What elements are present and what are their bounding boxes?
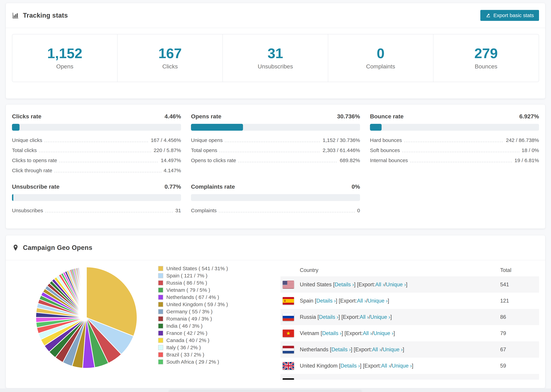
legend-item-romania[interactable]: Romania ( 49 / 3% ) bbox=[158, 315, 261, 322]
legend-item-vietnam[interactable]: Vietnam ( 79 / 5% ) bbox=[158, 287, 261, 294]
export-basic-stats-button[interactable]: Export basic stats bbox=[480, 10, 539, 21]
export-unique-link-united-states[interactable]: Unique › bbox=[386, 281, 406, 288]
details-link-united-states[interactable]: Details › bbox=[335, 281, 354, 288]
rate-title: Clicks rate bbox=[12, 113, 42, 120]
export-unique-link-germany[interactable]: Unique › bbox=[376, 379, 396, 380]
rate-stat-row: Click through rate4.147% bbox=[12, 165, 181, 175]
export-icon bbox=[486, 13, 491, 18]
legend-item-russia[interactable]: Russia ( 86 / 5% ) bbox=[158, 279, 261, 287]
legend-item-united-kingdom[interactable]: United Kingdom ( 59 / 3% ) bbox=[158, 301, 261, 308]
country-total: 79 bbox=[500, 325, 539, 341]
details-link-united-kingdom[interactable]: Details › bbox=[340, 363, 360, 369]
legend-item-spain[interactable]: Spain ( 121 / 7% ) bbox=[158, 272, 261, 279]
rate-value: 30.736% bbox=[337, 113, 360, 120]
rate-panel-complaints-rate: Complaints rate0%Complaints0 bbox=[191, 175, 360, 216]
dashboard-page: Tracking stats Export basic stats 1,152O… bbox=[0, 0, 551, 392]
geo-table-row-united-kingdom: United Kingdom [Details ›] [Export: All … bbox=[281, 358, 539, 374]
progress-fill bbox=[12, 124, 20, 131]
legend-swatch bbox=[158, 359, 163, 364]
geo-table-row-united-states: United States [Details ›] [Export: All ›… bbox=[281, 276, 539, 293]
rate-stat-row: Total clicks220 / 5.87% bbox=[12, 145, 181, 155]
progress-bar bbox=[12, 124, 181, 131]
legend-item-germany[interactable]: Germany ( 55 / 3% ) bbox=[158, 308, 261, 315]
legend-item-south-africa[interactable]: South Africa ( 29 / 2% ) bbox=[158, 358, 261, 365]
stat-value: 1,152 bbox=[47, 46, 82, 60]
flag-icon-de bbox=[283, 378, 294, 380]
export-all-link-vietnam[interactable]: All › bbox=[363, 330, 372, 336]
details-link-russia[interactable]: Details › bbox=[319, 314, 339, 320]
flag-icon-nl bbox=[283, 346, 294, 353]
legend-swatch bbox=[158, 338, 163, 343]
stat-card-bounces: 279Bounces bbox=[433, 34, 539, 82]
column-header-country: Country bbox=[281, 264, 500, 276]
details-link-netherlands[interactable]: Details › bbox=[331, 347, 351, 353]
country-total: 67 bbox=[500, 341, 539, 358]
export-unique-link-netherlands[interactable]: Unique › bbox=[383, 347, 403, 353]
legend-swatch bbox=[158, 345, 163, 350]
export-all-link-netherlands[interactable]: All › bbox=[372, 347, 381, 353]
geo-content: United States ( 541 / 31% )Spain ( 121 /… bbox=[6, 263, 545, 380]
export-unique-link-united-kingdom[interactable]: Unique › bbox=[392, 363, 412, 369]
rate-panel-bounce-rate: Bounce rate6.927%Hard bounces242 / 86.73… bbox=[370, 105, 539, 175]
legend-swatch bbox=[158, 352, 163, 357]
geo-pie-chart bbox=[34, 266, 139, 375]
export-unique-link-russia[interactable]: Unique › bbox=[370, 314, 390, 320]
rate-stat-row: Hard bounces242 / 86.738% bbox=[370, 135, 539, 145]
rate-title: Unsubscribe rate bbox=[12, 183, 60, 190]
rate-stat-row: Soft bounces18 / 0% bbox=[370, 145, 539, 155]
rate-stat-row: Total opens2,303 / 61.446% bbox=[191, 145, 360, 155]
export-all-link-united-states[interactable]: All › bbox=[375, 281, 384, 288]
country-name: United States bbox=[300, 281, 332, 288]
country-name: Spain bbox=[300, 298, 313, 304]
rate-panel-opens-rate: Opens rate30.736%Unique opens1,152 / 30.… bbox=[191, 105, 360, 175]
flag-icon-vn bbox=[283, 329, 294, 337]
campaign-geo-opens-card: Campaign Geo Opens United States ( 541 /… bbox=[6, 235, 545, 388]
pie-slice-other[interactable] bbox=[86, 267, 86, 318]
flag-icon-ru bbox=[283, 313, 294, 321]
rate-stat-row: Complaints0 bbox=[191, 205, 360, 216]
export-unique-link-spain[interactable]: Unique › bbox=[367, 298, 388, 304]
legend-item-brazil[interactable]: Brazil ( 33 / 2% ) bbox=[158, 351, 261, 358]
stat-label: Bounces bbox=[475, 63, 497, 70]
geo-legend: United States ( 541 / 31% )Spain ( 121 /… bbox=[158, 265, 261, 365]
details-link-spain[interactable]: Details › bbox=[316, 298, 336, 304]
export-unique-link-vietnam[interactable]: Unique › bbox=[373, 330, 393, 336]
geo-table-row-spain: Spain [Details ›] [Export: All › / Uniqu… bbox=[281, 293, 539, 309]
flag-icon-us bbox=[283, 281, 294, 288]
legend-swatch bbox=[158, 316, 163, 321]
stat-card-complaints: 0Complaints bbox=[328, 34, 433, 82]
details-link-vietnam[interactable]: Details › bbox=[322, 330, 342, 336]
dotted-leader bbox=[410, 162, 512, 162]
progress-bar bbox=[191, 124, 360, 131]
details-link-germany[interactable]: Details › bbox=[325, 379, 344, 380]
stat-card-opens: 1,152Opens bbox=[12, 34, 118, 82]
export-all-link-russia[interactable]: All › bbox=[360, 314, 369, 320]
dotted-leader bbox=[404, 142, 504, 142]
rate-stat-row: Unique clicks167 / 4.456% bbox=[12, 135, 181, 145]
export-all-link-germany[interactable]: All › bbox=[365, 379, 374, 380]
tracking-stats-header: Tracking stats Export basic stats bbox=[6, 3, 545, 28]
stat-summary-strip: 1,152Opens167Clicks31Unsubscribes0Compla… bbox=[12, 34, 539, 82]
geo-table-row-russia: Russia [Details ›] [Export: All › / Uniq… bbox=[281, 309, 539, 325]
rate-value: 4.46% bbox=[165, 113, 181, 120]
legend-swatch bbox=[158, 302, 163, 307]
legend-item-italy[interactable]: Italy ( 36 / 2% ) bbox=[158, 344, 261, 351]
rate-stat-row: Clicks to opens rate14.497% bbox=[12, 155, 181, 165]
export-all-link-spain[interactable]: All › bbox=[357, 298, 366, 304]
dotted-leader bbox=[55, 172, 161, 172]
legend-item-united-states[interactable]: United States ( 541 / 31% ) bbox=[158, 265, 261, 272]
geo-header: Campaign Geo Opens bbox=[6, 235, 545, 260]
rate-value: 0.77% bbox=[165, 183, 181, 190]
rate-title: Complaints rate bbox=[191, 183, 235, 190]
legend-item-canada[interactable]: Canada ( 40 / 2% ) bbox=[158, 337, 261, 344]
country-total: 121 bbox=[500, 293, 539, 309]
legend-item-netherlands[interactable]: Netherlands ( 67 / 4% ) bbox=[158, 294, 261, 301]
dotted-leader bbox=[45, 142, 148, 142]
export-all-link-united-kingdom[interactable]: All › bbox=[381, 363, 390, 369]
rate-stat-row: Opens to clicks rate689.82% bbox=[191, 155, 360, 165]
legend-item-france[interactable]: France ( 42 / 2% ) bbox=[158, 329, 261, 337]
stat-value: 167 bbox=[158, 46, 182, 60]
geo-table-row-germany: Germany [Details ›] [Export: All › / Uni… bbox=[281, 374, 539, 380]
legend-swatch bbox=[158, 273, 163, 278]
legend-item-india[interactable]: India ( 46 / 3% ) bbox=[158, 322, 261, 329]
